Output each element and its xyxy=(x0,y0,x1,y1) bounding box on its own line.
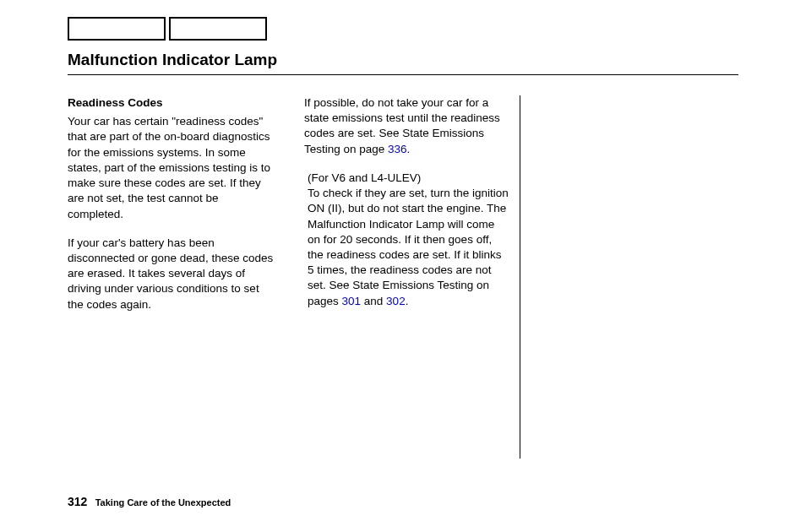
column-1: Readiness Codes Your car has certain "re… xyxy=(68,95,294,459)
page-link-301[interactable]: 301 xyxy=(342,295,362,307)
page-link-302[interactable]: 302 xyxy=(386,295,406,307)
footer-section: Taking Care of the Unexpected xyxy=(95,497,231,508)
col2-para2: (For V6 and L4-ULEV) To check if they ar… xyxy=(304,171,509,309)
col2-para2-note: (For V6 and L4-ULEV) xyxy=(308,171,421,184)
column-2: If possible, do not take your car for a … xyxy=(294,95,520,459)
col2-para2-text-b: . xyxy=(406,295,409,307)
page-title: Malfunction Indicator Lamp xyxy=(68,51,738,75)
header-box-1 xyxy=(68,17,166,41)
page-number: 312 xyxy=(68,495,87,508)
page-footer: 312 Taking Care of the Unexpected xyxy=(68,495,231,508)
col1-para1: Your car has certain "readiness codes" t… xyxy=(68,114,274,222)
col2-para2-mid: and xyxy=(361,295,386,307)
col1-para2: If your car's battery has been disconnec… xyxy=(68,236,274,312)
col2-para1: If possible, do not take your car for a … xyxy=(304,95,509,157)
page-link-336[interactable]: 336 xyxy=(388,143,407,155)
header-box-2 xyxy=(169,17,267,41)
col2-para1-text-b: . xyxy=(407,143,411,155)
header-boxes xyxy=(68,17,738,41)
content-columns: Readiness Codes Your car has certain "re… xyxy=(68,95,738,459)
subheading-readiness: Readiness Codes xyxy=(68,95,274,111)
col2-para2-text-a: To check if they are set, turn the ignit… xyxy=(308,187,509,307)
